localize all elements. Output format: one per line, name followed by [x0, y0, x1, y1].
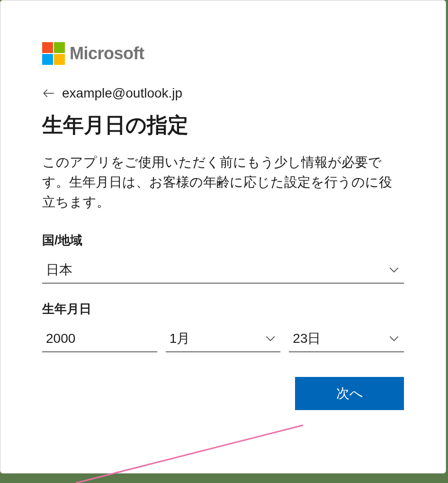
- country-label: 国/地域: [42, 232, 404, 249]
- chevron-down-icon: [264, 332, 277, 345]
- month-value: 1月: [170, 330, 265, 348]
- country-select[interactable]: 日本: [42, 257, 404, 284]
- identity-row: example@outlook.jp: [42, 86, 404, 101]
- brand-row: Microsoft: [42, 42, 404, 65]
- microsoft-logo-icon: [42, 42, 65, 65]
- back-arrow-icon[interactable]: [42, 87, 55, 100]
- year-input[interactable]: [46, 331, 153, 346]
- day-select[interactable]: 23日: [289, 326, 404, 352]
- month-select[interactable]: 1月: [166, 326, 281, 352]
- country-value: 日本: [46, 261, 388, 279]
- chevron-down-icon: [388, 332, 400, 345]
- country-field-group: 国/地域 日本: [42, 232, 404, 284]
- page-title: 生年月日の指定: [42, 111, 404, 139]
- chevron-down-icon: [388, 264, 400, 276]
- day-value: 23日: [293, 330, 388, 348]
- next-button[interactable]: 次へ: [295, 377, 404, 410]
- signup-card: Microsoft example@outlook.jp 生年月日の指定 このア…: [0, 0, 446, 474]
- account-email: example@outlook.jp: [62, 86, 182, 101]
- year-input-wrap[interactable]: [42, 326, 157, 352]
- brand-name: Microsoft: [70, 44, 144, 63]
- button-row: 次へ: [42, 377, 404, 410]
- dob-field-group: 生年月日 1月 23日: [42, 301, 404, 352]
- page-description: このアプリをご使用いただく前にもう少し情報が必要です。生年月日は、お客様の年齢に…: [42, 152, 404, 212]
- dob-label: 生年月日: [42, 301, 404, 317]
